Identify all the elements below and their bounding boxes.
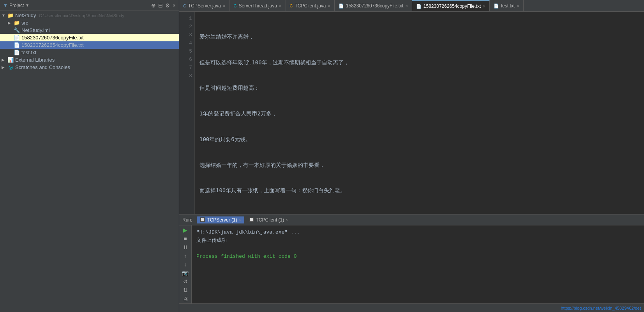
project-folder-icon: 📁 (7, 12, 14, 18)
tab-close-copyfile1[interactable]: × (405, 4, 408, 8)
run-scroll-up-button[interactable]: ↑ (181, 253, 190, 259)
sidebar-close-icon[interactable]: × (173, 2, 176, 9)
tab-close-testtxt[interactable]: × (517, 4, 519, 8)
txt-icon-copyfile1: 📄 (339, 4, 344, 9)
code-line-2: 但是可以选择年限1到100年，过期不续期就相当于自动离了， (199, 58, 639, 66)
tree-item-ext-lib[interactable]: ▶ 📊 External Libraries (0, 56, 179, 64)
dropdown-arrow: ▼ (25, 3, 29, 7)
tab-close-tcpclient[interactable]: × (328, 4, 330, 8)
project-tree: ▼ 📁 NetStudy C:\Users\lenovo\Desktop\Abo… (0, 11, 179, 312)
sidebar-collapse-icon[interactable]: ⊟ (158, 2, 163, 9)
java-icon-tcpserver: C (183, 4, 186, 8)
txt-icon-testtxt: 📄 (494, 4, 499, 9)
tree-item-file1[interactable]: 📄 1582307260736copyFile.txt (0, 34, 179, 41)
run-label: Run: (182, 217, 192, 223)
code-editor[interactable]: 爱尔兰结婚不许离婚， 但是可以选择年限1到100年，过期不续期就相当于自动离了，… (195, 12, 644, 214)
run-tab-close-tcpclient[interactable]: × (286, 218, 288, 222)
txt-file-icon-test: 📄 (13, 50, 20, 55)
run-play-button[interactable]: ▶ (181, 227, 190, 233)
tab-tcpclient[interactable]: C TCPClient.java × (286, 0, 335, 12)
java-icon-tcpclient: C (290, 4, 293, 8)
run-sort-button[interactable]: ⇅ (181, 287, 190, 293)
sidebar-title: ▼ Project ▼ (3, 3, 29, 8)
tree-item-src[interactable]: ▶ 📁 src (0, 19, 179, 27)
run-scroll-down-button[interactable]: ↓ (181, 261, 190, 268)
code-line-3: 但是时间越短费用越高： (199, 83, 639, 92)
tree-root-project[interactable]: ▼ 📁 NetStudy C:\Users\lenovo\Desktop\Abo… (0, 12, 179, 19)
tab-testtxt[interactable]: 📄 test.txt × (490, 0, 524, 12)
run-tab-icon-tcpclient: 🔲 (249, 217, 254, 222)
tree-arrow-project: ▼ (2, 13, 7, 18)
line-numbers: 1 2 3 4 5 6 7 8 (179, 12, 195, 214)
tree-arrow-src: ▶ (8, 21, 13, 25)
run-tab-tcpserver[interactable]: 🔲 TCPServer (1) × (197, 216, 244, 223)
code-line-4: 1年的登记费折合人民币2万多， (199, 109, 639, 117)
tab-close-copyfile2[interactable]: × (483, 4, 485, 9)
run-sidebar: ▶ ■ ⏸ ↑ ↓ 📷 ↺ ⇅ 🖨 (179, 225, 192, 303)
code-line-6: 选择结婚一年的，有一本好厚的关于婚姻的书要看， (199, 161, 639, 169)
output-line-empty (196, 245, 639, 253)
java-icon-serverthread: C (233, 4, 236, 8)
scratch-icon: ◎ (7, 64, 14, 70)
sidebar-add-icon[interactable]: ⊕ (151, 2, 156, 9)
tab-close-tcpserver[interactable]: × (223, 4, 225, 8)
tree-item-iml[interactable]: 🔧 NetStudy.iml (0, 27, 179, 34)
editor-tabs-bar: C TCPServer.java × C ServerThread.java ×… (179, 0, 644, 12)
output-line-1: "H:\JDK\java jdk\bin\java.exe" ... (196, 229, 639, 237)
run-tab-icon-tcpserver: 🔲 (200, 217, 205, 222)
src-folder-icon: 📁 (13, 20, 20, 26)
run-output: "H:\JDK\java jdk\bin\java.exe" ... 文件上传成… (192, 225, 644, 303)
txt-file-icon-1: 📄 (13, 35, 20, 41)
sidebar-settings-icon[interactable]: ⚙ (165, 2, 170, 9)
run-panel: Run: 🔲 TCPServer (1) × 🔲 TCPClient (1) ×… (179, 214, 644, 303)
output-line-3: Process finished with exit code 0 (196, 253, 639, 261)
tree-item-scratches[interactable]: ▶ ◎ Scratches and Consoles (0, 64, 179, 71)
output-line-2: 文件上传成功 (196, 237, 639, 245)
run-snapshot-button[interactable]: 📷 (181, 270, 190, 276)
run-pause-button[interactable]: ⏸ (181, 244, 190, 250)
code-line-7: 而选择100年只有一张纸，上面写着一句：祝你们白头到老。 (199, 186, 639, 194)
status-link[interactable]: https://blog.csdn.net/weixin_45829462/de… (561, 306, 641, 310)
run-tab-tcpclient[interactable]: 🔲 TCPClient (1) × (246, 216, 291, 223)
tree-arrow-extlib: ▶ (2, 58, 7, 62)
editor-content: 1 2 3 4 5 6 7 8 爱尔兰结婚不许离婚， 但是可以选择年限1到100… (179, 12, 644, 214)
run-tab-close-tcpserver[interactable]: × (239, 218, 241, 222)
ext-lib-icon: 📊 (7, 57, 14, 63)
run-tabs-bar: Run: 🔲 TCPServer (1) × 🔲 TCPClient (1) × (179, 214, 644, 225)
run-stop-button[interactable]: ■ (181, 236, 190, 242)
project-icon: ▼ (3, 3, 8, 8)
code-line-5: 100年的只要6元钱。 (199, 135, 639, 143)
status-right: https://blog.csdn.net/weixin_45829462/de… (561, 306, 641, 310)
tree-item-test[interactable]: 📄 test.txt (0, 49, 179, 56)
code-line-1: 爱尔兰结婚不许离婚， (199, 32, 639, 41)
status-bar: https://blog.csdn.net/weixin_45829462/de… (179, 303, 644, 312)
tree-arrow-scratches: ▶ (2, 65, 7, 69)
txt-file-icon-2: 📄 (13, 42, 20, 48)
tree-item-file2[interactable]: 📄 1582307262654copyFile.txt (0, 41, 179, 49)
tab-serverthread[interactable]: C ServerThread.java × (229, 0, 286, 12)
tab-copyfile2[interactable]: 📄 1582307262654copyFile.txt × (412, 0, 490, 12)
tab-copyfile1[interactable]: 📄 1582307260736copyFile.txt × (335, 0, 412, 12)
run-print-button[interactable]: 🖨 (181, 296, 190, 302)
tab-tcpserver[interactable]: C TCPServer.java × (179, 0, 229, 12)
txt-icon-copyfile2: 📄 (416, 4, 422, 9)
iml-file-icon: 🔧 (13, 27, 20, 33)
tab-close-serverthread[interactable]: × (279, 4, 281, 8)
run-rerun-button[interactable]: ↺ (181, 278, 190, 285)
run-output-area: ▶ ■ ⏸ ↑ ↓ 📷 ↺ ⇅ 🖨 "H:\JDK\java jdk\bin\j… (179, 225, 644, 303)
